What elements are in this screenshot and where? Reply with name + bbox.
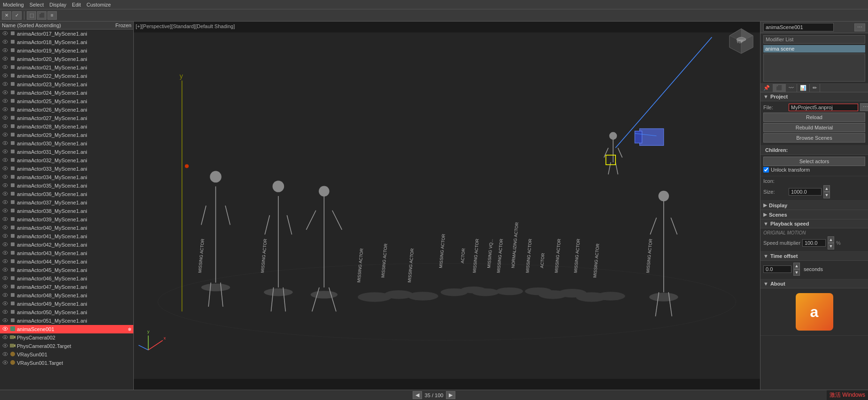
scene-item[interactable]: animaActor018_MyScene1.ani (0, 38, 133, 46)
eye-icon[interactable] (2, 81, 8, 88)
scene-item[interactable]: animaActor022_MyScene1.ani (0, 72, 133, 80)
eye-icon[interactable] (2, 72, 8, 80)
toolbar-cancel-btn[interactable]: ✕ (2, 11, 11, 20)
eye-icon[interactable] (2, 38, 8, 46)
eye-icon[interactable] (2, 216, 8, 223)
scene-item[interactable]: animaActor031_MyScene1.ani (0, 148, 133, 156)
eye-icon[interactable] (2, 140, 8, 147)
scene-item[interactable]: animaScene001 ❄ (0, 325, 133, 333)
eye-icon[interactable] (2, 334, 8, 341)
tab-modifier[interactable]: 〰 (786, 84, 797, 92)
time-offset-input[interactable] (763, 265, 791, 273)
toolbar-confirm-btn[interactable]: ✓ (12, 11, 22, 20)
scene-item[interactable]: animaActor042_MyScene1.ani (0, 241, 133, 249)
toolbar-list-btn[interactable]: ≡ (47, 11, 57, 20)
scene-item[interactable]: animaActor051_MyScene1.ani (0, 317, 133, 325)
eye-icon[interactable] (2, 207, 8, 215)
eye-icon[interactable] (2, 98, 8, 105)
eye-icon[interactable] (2, 292, 8, 299)
menu-customize[interactable]: Customize (86, 2, 111, 8)
scene-item[interactable]: animaActor043_MyScene1.ani (0, 249, 133, 257)
playback-section-header[interactable]: ▼ Playback speed (760, 219, 868, 228)
eye-icon[interactable] (2, 165, 8, 173)
eye-icon[interactable] (2, 283, 8, 291)
object-name-dots-btn[interactable]: ⋯ (854, 23, 865, 31)
scene-item[interactable]: VRaySun001.Target (0, 359, 133, 367)
eye-icon[interactable] (2, 249, 8, 257)
scene-item[interactable]: animaActor028_MyScene1.ani (0, 122, 133, 131)
browse-scenes-btn[interactable]: Browse Scenes (763, 133, 865, 143)
toolbar-box-btn[interactable]: ⬚ (27, 11, 36, 20)
tab-graph[interactable]: 📊 (797, 84, 810, 92)
scene-item[interactable]: animaActor038_MyScene1.ani (0, 207, 133, 215)
scene-item[interactable]: animaActor045_MyScene1.ani (0, 266, 133, 274)
scene-item[interactable]: animaActor024_MyScene1.ani (0, 89, 133, 97)
speed-up-btn[interactable]: ▲ (828, 236, 834, 243)
scene-item[interactable]: animaActor039_MyScene1.ani (0, 215, 133, 224)
menu-select[interactable]: Select (30, 2, 44, 8)
eye-icon[interactable] (2, 266, 8, 274)
scene-item[interactable]: animaActor026_MyScene1.ani (0, 106, 133, 114)
viewport[interactable]: [+][Perspective][Standard][Default Shadi… (134, 22, 760, 390)
eye-icon[interactable] (2, 317, 8, 325)
eye-icon[interactable] (2, 89, 8, 97)
scene-item[interactable]: PhysCamera002.Target (0, 342, 133, 350)
reload-btn[interactable]: Reload (763, 113, 865, 122)
eye-icon[interactable] (2, 114, 8, 122)
speed-input[interactable] (802, 239, 826, 247)
eye-icon[interactable] (2, 325, 8, 333)
time-offset-section-header[interactable]: ▼ Time offset (760, 252, 868, 261)
scene-item[interactable]: animaActor048_MyScene1.ani (0, 291, 133, 300)
scene-item[interactable]: PhysCamera002 (0, 333, 133, 342)
eye-icon[interactable] (2, 174, 8, 181)
size-down-btn[interactable]: ▼ (823, 192, 830, 198)
eye-icon[interactable] (2, 157, 8, 164)
scene-item[interactable]: animaActor034_MyScene1.ani (0, 173, 133, 181)
object-name-input[interactable] (763, 23, 834, 31)
scene-list[interactable]: animaActor017_MyScene1.ani animaActor018… (0, 30, 133, 390)
eye-icon[interactable] (2, 258, 8, 265)
scene-item[interactable]: animaActor032_MyScene1.ani (0, 156, 133, 165)
display-section-header[interactable]: ▶ Display (760, 201, 868, 210)
scene-item[interactable]: animaActor047_MyScene1.ani (0, 283, 133, 291)
scene-item[interactable]: animaActor029_MyScene1.ani (0, 131, 133, 139)
scene-item[interactable]: animaActor037_MyScene1.ani (0, 198, 133, 207)
size-up-btn[interactable]: ▲ (823, 185, 830, 192)
scene-item[interactable]: animaActor019_MyScene1.ani (0, 46, 133, 55)
scene-item[interactable]: animaActor025_MyScene1.ani (0, 97, 133, 106)
time-up-btn[interactable]: ▲ (793, 263, 800, 269)
children-section-header[interactable]: Children: (760, 146, 868, 155)
eye-icon[interactable] (2, 47, 8, 54)
eye-icon[interactable] (2, 106, 8, 113)
speed-down-btn[interactable]: ▼ (828, 243, 834, 249)
prev-btn[interactable]: ◀ (413, 391, 422, 399)
project-section-header[interactable]: ▼ Project (760, 92, 868, 101)
scene-item[interactable]: animaActor035_MyScene1.ani (0, 181, 133, 190)
about-section-header[interactable]: ▼ About (760, 279, 868, 288)
eye-icon[interactable] (2, 275, 8, 282)
menu-edit[interactable]: Edit (72, 2, 81, 8)
eye-icon[interactable] (2, 241, 8, 249)
eye-icon[interactable] (2, 351, 8, 358)
tab-pin[interactable]: 📌 (760, 84, 773, 92)
modifier-item-anima-scene[interactable]: anima scene (763, 45, 865, 53)
scene-item[interactable]: animaActor030_MyScene1.ani (0, 139, 133, 148)
scene-item[interactable]: animaActor036_MyScene1.ani (0, 190, 133, 198)
rebuild-material-btn[interactable]: Rebuild Material (763, 123, 865, 132)
file-input[interactable] (789, 104, 858, 111)
tab-cube[interactable]: ⬛ (773, 84, 786, 92)
eye-icon[interactable] (2, 199, 8, 206)
scene-item[interactable]: animaActor017_MyScene1.ani (0, 30, 133, 38)
scene-item[interactable]: animaActor027_MyScene1.ani (0, 114, 133, 122)
scene-item[interactable]: animaActor044_MyScene1.ani (0, 257, 133, 266)
eye-icon[interactable] (2, 342, 8, 350)
scene-item[interactable]: animaActor046_MyScene1.ani (0, 274, 133, 283)
scene-item[interactable]: VRaySun001 (0, 350, 133, 359)
eye-icon[interactable] (2, 123, 8, 130)
eye-icon[interactable] (2, 309, 8, 316)
eye-icon[interactable] (2, 64, 8, 71)
eye-icon[interactable] (2, 30, 8, 38)
time-down-btn[interactable]: ▼ (793, 269, 800, 276)
scene-item[interactable]: animaActor020_MyScene1.ani (0, 55, 133, 63)
scene-item[interactable]: animaActor049_MyScene1.ani (0, 300, 133, 308)
